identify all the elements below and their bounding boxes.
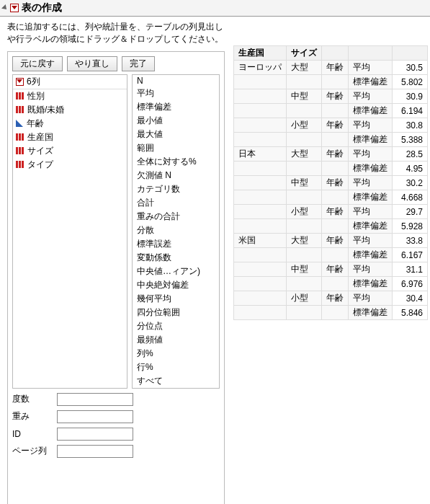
stat-item[interactable]: 変動係数 [133, 251, 219, 265]
cell-value: 31.1 [393, 262, 428, 277]
stat-item[interactable]: 幾何平均 [133, 292, 219, 306]
stat-item[interactable]: 最大値 [133, 128, 219, 141]
statistics-list[interactable]: N平均標準偏差最小値最大値範囲全体に対する%欠測値 Nカテゴリ数合計重みの合計分… [132, 74, 220, 389]
stat-item[interactable]: N [133, 75, 219, 87]
stat-item[interactable]: 標準偏差 [133, 100, 219, 114]
stat-item[interactable]: 分散 [133, 224, 219, 237]
table-row: 小型年齢平均30.4 [234, 291, 428, 306]
table-row: 中型年齢平均30.9 [234, 89, 428, 104]
weight-input[interactable] [57, 410, 133, 423]
stat-item[interactable]: 全体に対する% [133, 155, 219, 169]
table-row: 標準偏差5.846 [234, 306, 428, 320]
cell-value: 6.167 [393, 248, 428, 262]
stat-item[interactable]: 平均 [133, 87, 219, 100]
column-item[interactable]: 生産国 [13, 131, 127, 144]
cell-value: 33.8 [393, 234, 428, 248]
stat-item[interactable]: すべて [133, 374, 219, 388]
cell-value: 30.8 [393, 118, 428, 133]
cell-stat: 平均 [349, 89, 393, 104]
cell-age: 年齢 [322, 291, 349, 306]
stat-item[interactable]: 重みの合計 [133, 210, 219, 224]
table-row: 標準偏差4.668 [234, 190, 428, 205]
title-menu-icon[interactable] [10, 4, 19, 12]
freq-input[interactable] [57, 393, 133, 406]
stat-item[interactable]: 最小値 [133, 114, 219, 128]
stat-item[interactable]: 分位点 [133, 319, 219, 333]
title-bar: 表の作成 [0, 0, 430, 17]
cell-value: 5.388 [393, 133, 428, 147]
cell-value: 5.802 [393, 75, 428, 89]
table-row: 米国大型年齢平均33.8 [234, 234, 428, 248]
cell-value: 4.668 [393, 190, 428, 205]
stat-item[interactable]: 中央値…ィアン) [133, 265, 219, 278]
cell-stat: 標準偏差 [349, 306, 393, 320]
table-row: 標準偏差6.194 [234, 104, 428, 118]
cell-size: 中型 [287, 262, 322, 277]
stat-item[interactable]: 列% [133, 347, 219, 361]
th-blank3 [393, 46, 428, 61]
stat-item[interactable]: 合計 [133, 196, 219, 210]
cell-stat: 標準偏差 [349, 219, 393, 234]
column-item-label: タイプ [27, 159, 53, 171]
cell-country: 日本 [234, 147, 287, 162]
column-item[interactable]: サイズ [13, 144, 127, 158]
undo-button[interactable]: 元に戻す [12, 56, 63, 71]
stat-item[interactable]: 最頻値 [133, 333, 219, 347]
page-input[interactable] [57, 445, 133, 458]
weight-label: 重み [12, 410, 57, 423]
stat-item[interactable]: 範囲 [133, 141, 219, 155]
cell-stat: 標準偏差 [349, 277, 393, 291]
result-table: 生産国 サイズ ヨーロッパ大型年齢平均30.5標準偏差5.802中型年齢平均30… [233, 45, 428, 320]
table-row: 中型年齢平均30.2 [234, 176, 428, 190]
columns-list[interactable]: 6列 性別既婚/未婚年齢生産国サイズタイプ [12, 74, 127, 389]
column-item[interactable]: タイプ [13, 158, 127, 172]
stat-item[interactable]: 行% [133, 361, 219, 374]
columns-count-label: 6列 [27, 76, 40, 88]
redo-button[interactable]: やり直し [67, 56, 117, 71]
cell-size: 小型 [287, 118, 322, 133]
column-item-label: 性別 [27, 90, 45, 102]
column-item[interactable]: 性別 [13, 89, 127, 103]
stat-item[interactable]: 標準誤差 [133, 237, 219, 251]
table-row: ヨーロッパ大型年齢平均30.5 [234, 61, 428, 75]
cell-stat: 平均 [349, 205, 393, 219]
cell-stat: 平均 [349, 61, 393, 75]
column-item-label: 生産国 [27, 131, 53, 143]
stat-item[interactable]: 中央絶対偏差 [133, 278, 219, 292]
nominal-icon [16, 106, 24, 113]
cell-country [234, 205, 287, 219]
cell-stat: 平均 [349, 147, 393, 162]
disclosure-triangle-icon[interactable] [1, 4, 9, 12]
table-row: 小型年齢平均29.7 [234, 205, 428, 219]
cell-value: 30.9 [393, 89, 428, 104]
stat-item[interactable]: 四分位範囲 [133, 306, 219, 319]
cell-size: 大型 [287, 234, 322, 248]
done-button[interactable]: 完了 [122, 56, 155, 71]
stat-item[interactable]: 欠測値 N [133, 169, 219, 182]
cell-value: 30.2 [393, 176, 428, 190]
column-item[interactable]: 既婚/未婚 [13, 103, 127, 117]
column-item[interactable]: 年齢 [13, 117, 127, 131]
cell-country [234, 262, 287, 277]
cell-stat: 平均 [349, 234, 393, 248]
cell-country [234, 89, 287, 104]
cell-stat: 平均 [349, 176, 393, 190]
cell-size: 中型 [287, 89, 322, 104]
cell-size: 大型 [287, 61, 322, 75]
id-input[interactable] [57, 428, 133, 441]
cell-stat: 標準偏差 [349, 162, 393, 176]
cell-value: 30.5 [393, 61, 428, 75]
table-row: 中型年齢平均31.1 [234, 262, 428, 277]
cell-stat: 標準偏差 [349, 104, 393, 118]
cell-stat: 標準偏差 [349, 75, 393, 89]
cell-age: 年齢 [322, 61, 349, 75]
cell-size: 小型 [287, 291, 322, 306]
cell-value: 30.4 [393, 291, 428, 306]
cell-country [234, 118, 287, 133]
stat-item[interactable]: カテゴリ数 [133, 182, 219, 196]
cell-age: 年齢 [322, 262, 349, 277]
th-blank1 [322, 46, 349, 61]
columns-menu-icon[interactable] [16, 78, 24, 86]
cell-country [234, 176, 287, 190]
th-blank2 [349, 46, 393, 61]
